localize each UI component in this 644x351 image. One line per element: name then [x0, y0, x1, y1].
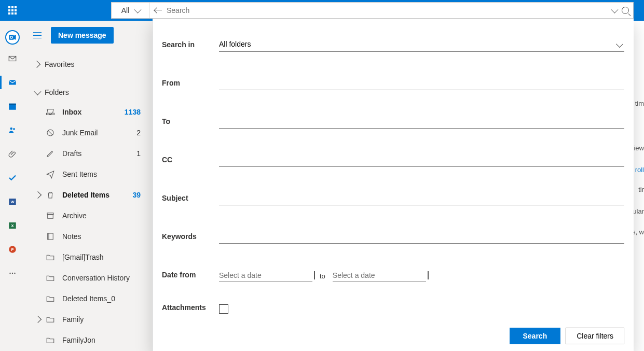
folders-group-header[interactable]: Folders: [31, 81, 146, 102]
mail-icon: [8, 78, 17, 87]
rail-people[interactable]: [0, 120, 25, 140]
rail-excel[interactable]: X: [0, 216, 25, 235]
cc-input[interactable]: [219, 152, 624, 167]
folder-count: 2: [136, 129, 141, 137]
folder-inbox[interactable]: Inbox 1138: [33, 102, 146, 122]
label-date-from: Date from: [162, 271, 219, 282]
date-to-picker[interactable]: [333, 271, 426, 282]
keywords-input[interactable]: [219, 229, 624, 244]
calendar-icon: [428, 271, 429, 279]
chevron-right-icon: [34, 191, 42, 199]
notes-icon: [46, 232, 55, 241]
folder-drafts[interactable]: Drafts 1: [33, 143, 146, 164]
people-icon: [8, 125, 17, 135]
svg-point-15: [12, 273, 13, 274]
folder-count: 1: [136, 149, 141, 158]
folder-familyjon[interactable]: FamilyJon: [33, 330, 146, 350]
date-from-picker[interactable]: [219, 271, 312, 282]
more-icon: [8, 269, 17, 278]
peek-text: iew: [634, 144, 644, 152]
folder-count: 1138: [125, 108, 141, 116]
svg-point-6: [10, 128, 13, 130]
folder-icon: [46, 294, 55, 303]
rail-files[interactable]: [0, 144, 25, 164]
checkmark-icon: [8, 173, 17, 182]
folder-name: Archive: [62, 212, 141, 220]
clear-filters-button[interactable]: Clear filters: [566, 328, 624, 344]
search-filter-chevron-icon[interactable]: [611, 6, 618, 13]
rail-mail-outline[interactable]: [0, 49, 25, 68]
folder-notes[interactable]: Notes: [33, 226, 146, 247]
peek-text: tir: [638, 186, 644, 193]
folder-deleted-items-0[interactable]: Deleted Items_0: [33, 288, 146, 309]
attachments-checkbox[interactable]: [219, 304, 228, 314]
rail-more[interactable]: [0, 263, 25, 283]
label-search-in: Search in: [162, 40, 219, 52]
paperclip-icon: [8, 149, 17, 159]
waffle-icon: [8, 6, 17, 15]
folder-list: Inbox 1138 Junk Email 2 Drafts 1 Sent It…: [31, 102, 146, 350]
rail-powerpoint[interactable]: P: [0, 240, 25, 259]
svg-text:W: W: [10, 200, 15, 204]
outlook-icon: [8, 33, 17, 41]
label-keywords: Keywords: [162, 232, 219, 244]
folder-icon: [46, 315, 55, 324]
folder-nav: New message Favorites Folders Inbox 1138…: [25, 21, 153, 351]
search-input[interactable]: [167, 3, 611, 18]
folder-sent[interactable]: Sent Items: [33, 164, 146, 185]
chevron-down-icon: [134, 6, 142, 13]
arrow-left-icon: [155, 7, 162, 14]
nav-toggle-button[interactable]: [31, 29, 44, 41]
favorites-group-header[interactable]: Favorites: [31, 53, 146, 74]
rail-todo[interactable]: [0, 168, 25, 188]
subject-input[interactable]: [219, 190, 624, 205]
svg-rect-21: [48, 233, 53, 240]
search-submit-button[interactable]: Search: [510, 328, 561, 344]
advanced-search-panel: Search in From To CC Subject Keywords Da…: [153, 19, 634, 351]
date-from-input[interactable]: [219, 271, 310, 279]
search-bar: All: [111, 2, 634, 19]
powerpoint-icon: P: [8, 245, 17, 254]
rail-word[interactable]: W: [0, 192, 25, 212]
svg-rect-2: [9, 57, 16, 61]
search-in-value[interactable]: [219, 37, 624, 52]
folder-conversation-history[interactable]: Conversation History: [33, 268, 146, 288]
calendar-icon: [8, 102, 17, 111]
search-back-button[interactable]: [150, 2, 167, 19]
folder-deleted[interactable]: Deleted Items 39: [33, 185, 146, 205]
word-icon: W: [8, 197, 17, 206]
label-date-to: to: [320, 272, 325, 282]
to-input[interactable]: [219, 114, 624, 129]
folder-name: Inbox: [62, 108, 117, 116]
folder-name: Junk Email: [62, 129, 129, 137]
svg-text:P: P: [11, 247, 13, 252]
folder-archive[interactable]: Archive: [33, 205, 146, 226]
label-from: From: [162, 79, 219, 90]
chevron-right-icon: [33, 61, 40, 68]
search-scope-dropdown[interactable]: All: [112, 3, 150, 18]
chevron-right-icon: [34, 316, 42, 323]
from-input[interactable]: [219, 75, 624, 90]
folder-icon: [46, 252, 55, 262]
label-attachments: Attachments: [162, 303, 219, 315]
new-message-button[interactable]: New message: [51, 27, 114, 44]
inbox-icon: [46, 107, 55, 117]
mail-outline-icon: [8, 54, 17, 63]
folder-icon: [46, 335, 55, 345]
rail-mail[interactable]: [0, 73, 25, 92]
folder-count: 39: [132, 191, 141, 199]
archive-icon: [46, 211, 55, 220]
sent-icon: [46, 170, 55, 179]
folder-gmail-trash[interactable]: [Gmail]Trash: [33, 247, 146, 268]
rail-calendar[interactable]: [0, 96, 25, 116]
search-in-dropdown[interactable]: [219, 37, 624, 52]
folder-junk[interactable]: Junk Email 2: [33, 122, 146, 143]
favorites-label: Favorites: [45, 60, 75, 68]
search-icon[interactable]: [622, 7, 629, 14]
peek-text: ular: [633, 207, 644, 215]
outlook-logo[interactable]: [5, 30, 20, 45]
date-to-input[interactable]: [333, 271, 423, 279]
app-launcher-button[interactable]: [0, 0, 25, 21]
chevron-down-icon: [34, 88, 41, 95]
folder-family[interactable]: Family: [33, 309, 146, 330]
